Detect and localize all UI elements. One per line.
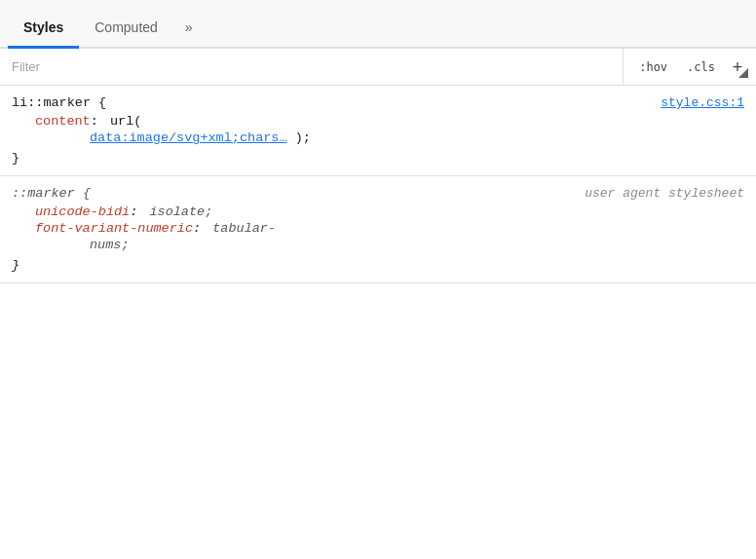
css-prop-value-url-open: url( [102,114,142,129]
css-selector: li::marker { [12,95,106,110]
css-rule-marker-ua: ::marker { user agent stylesheet unicode… [0,176,756,283]
corner-decoration [738,68,748,78]
css-prop-value-data-uri[interactable]: data:image/svg+xml;chars… [90,130,287,145]
css-rule-li-marker: li::marker { style.css:1 content: url( d… [0,86,756,176]
css-prop-name-font-variant: font-variant-numeric [35,221,193,236]
tab-bar: Styles Computed » [0,0,756,49]
css-prop-value-isolate: isolate; [141,205,212,219]
hov-button[interactable]: :hov [631,57,675,77]
css-prop-value-data-uri-line: data:image/svg+xml;chars… ); [12,130,744,145]
css-closing-brace-2: } [12,258,744,273]
css-selector-ua: ::marker { [12,186,91,201]
css-colon: : [91,114,98,129]
cls-button[interactable]: .cls [679,57,723,77]
tab-styles[interactable]: Styles [8,10,79,47]
css-prop-value-close-paren: ); [287,130,311,145]
css-closing-brace-1: } [12,151,744,166]
css-prop-name-unicode-bidi: unicode-bidi [35,205,130,219]
tab-computed[interactable]: Computed [79,10,173,47]
filter-bar: :hov .cls + [0,49,756,86]
ua-label: user agent stylesheet [585,186,744,201]
css-prop-value-tabular: tabular- [205,221,276,236]
devtools-panel: Styles Computed » :hov .cls + li::marker… [0,0,756,559]
add-button-wrap: + [727,56,748,78]
css-colon-ub: : [130,205,137,219]
filter-actions: :hov .cls + [623,49,756,85]
css-property-unicode-bidi: unicode-bidi: isolate; [12,205,744,219]
css-source-link[interactable]: style.css:1 [661,95,744,110]
css-colon-fvn: : [193,221,201,236]
css-rule-header: li::marker { style.css:1 [12,95,744,110]
css-prop-value-nums-line: nums; [12,238,744,252]
css-content: li::marker { style.css:1 content: url( d… [0,86,756,559]
css-property-content: content: url( [12,114,744,129]
css-property-font-variant: font-variant-numeric: tabular- [12,221,744,236]
filter-input[interactable] [0,49,623,85]
css-rule-header-ua: ::marker { user agent stylesheet [12,186,744,201]
css-prop-name-content: content [35,114,91,129]
css-prop-value-nums: nums; [90,238,130,252]
tab-more[interactable]: » [173,10,205,47]
